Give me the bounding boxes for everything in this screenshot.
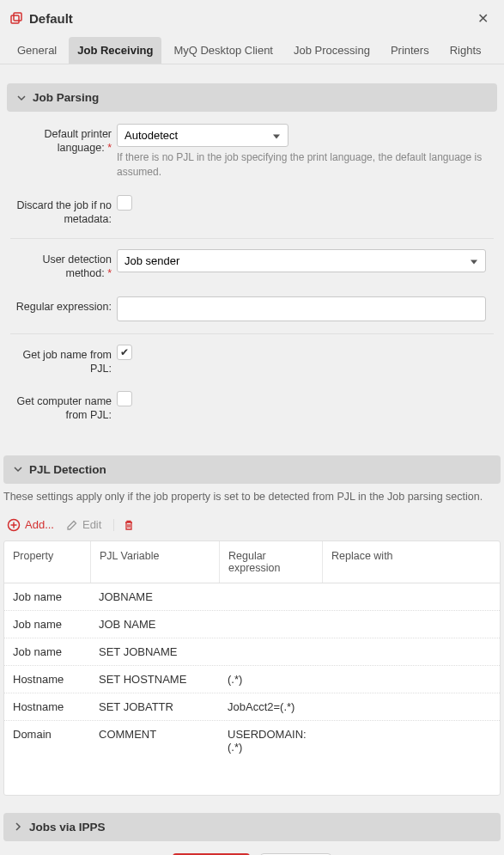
th-pjl-variable[interactable]: PJL Variable bbox=[90, 541, 219, 583]
td-regex: (.*) bbox=[219, 666, 322, 693]
add-button[interactable]: Add... bbox=[7, 518, 54, 532]
pencil-icon bbox=[66, 519, 78, 531]
th-regex[interactable]: Regular expression bbox=[219, 541, 322, 583]
pjl-description: These settings apply only if the job pro… bbox=[0, 484, 504, 510]
td-regex: USERDOMAIN:(.*) bbox=[219, 721, 322, 760]
th-replace[interactable]: Replace with bbox=[322, 541, 500, 583]
tab-general[interactable]: General bbox=[9, 37, 65, 64]
td-replace bbox=[322, 638, 500, 665]
chevron-right-icon bbox=[14, 822, 22, 831]
th-property[interactable]: Property bbox=[4, 541, 90, 583]
section-jobs-ipps-header[interactable]: Jobs via IPPS bbox=[3, 813, 501, 841]
computer-name-pjl-checkbox[interactable] bbox=[117, 391, 132, 406]
divider bbox=[10, 238, 494, 239]
pjl-table: Property PJL Variable Regular expression… bbox=[3, 540, 501, 796]
computer-name-pjl-label: Get computer name from PJL: bbox=[7, 391, 117, 423]
page-title: Default bbox=[29, 11, 472, 26]
user-detection-label: User detection method: * bbox=[7, 249, 117, 281]
user-detection-select[interactable]: Job sender bbox=[117, 249, 486, 272]
td-property: Job name bbox=[4, 638, 90, 665]
section-job-parsing-title: Job Parsing bbox=[33, 91, 99, 104]
job-name-pjl-label: Get job name from PJL: bbox=[7, 345, 117, 376]
divider bbox=[10, 333, 494, 334]
queue-icon bbox=[10, 12, 24, 26]
section-pjl-detection-header[interactable]: PJL Detection bbox=[3, 455, 501, 484]
td-regex bbox=[219, 638, 322, 665]
td-replace bbox=[322, 721, 500, 760]
td-property: Job name bbox=[4, 611, 90, 638]
tab-bar: General Job Receiving MyQ Desktop Client… bbox=[0, 37, 504, 64]
tab-job-receiving[interactable]: Job Receiving bbox=[69, 37, 161, 64]
td-replace bbox=[322, 693, 500, 720]
tab-job-processing[interactable]: Job Processing bbox=[285, 37, 379, 64]
table-row[interactable]: HostnameSET JOBATTRJobAcct2=(.*) bbox=[4, 693, 500, 721]
td-pjl_variable: JOBNAME bbox=[90, 583, 219, 610]
plus-icon bbox=[7, 518, 21, 532]
delete-button[interactable] bbox=[113, 519, 135, 531]
tab-myq-desktop-client[interactable]: MyQ Desktop Client bbox=[165, 37, 282, 64]
tab-printers[interactable]: Printers bbox=[382, 37, 438, 64]
table-row[interactable]: HostnameSET HOSTNAME(.*) bbox=[4, 666, 500, 693]
edit-label: Edit bbox=[82, 518, 101, 531]
svg-rect-0 bbox=[11, 15, 19, 23]
chevron-down-icon bbox=[17, 94, 26, 102]
table-row[interactable]: Job nameJOB NAME bbox=[4, 611, 500, 638]
job-name-pjl-checkbox[interactable] bbox=[117, 345, 132, 360]
table-row[interactable]: Job nameJOBNAME bbox=[4, 583, 500, 611]
regex-label: Regular expression: bbox=[7, 296, 117, 314]
td-pjl_variable: JOB NAME bbox=[90, 611, 219, 638]
edit-button[interactable]: Edit bbox=[66, 518, 101, 531]
tab-rights[interactable]: Rights bbox=[441, 37, 490, 64]
chevron-down-icon bbox=[14, 465, 22, 473]
td-property: Hostname bbox=[4, 666, 90, 693]
default-printer-language-select[interactable]: Autodetect bbox=[117, 124, 288, 147]
regex-input[interactable] bbox=[117, 296, 486, 321]
td-pjl_variable: SET HOSTNAME bbox=[90, 666, 219, 693]
section-pjl-detection-title: PJL Detection bbox=[29, 463, 106, 476]
td-property: Job name bbox=[4, 583, 90, 610]
td-pjl_variable: SET JOBNAME bbox=[90, 638, 219, 665]
table-row[interactable]: DomainCOMMENTUSERDOMAIN:(.*) bbox=[4, 721, 500, 760]
td-regex bbox=[219, 583, 322, 610]
td-property: Domain bbox=[4, 721, 90, 760]
close-button[interactable]: ✕ bbox=[472, 9, 494, 28]
td-pjl_variable: SET JOBATTR bbox=[90, 693, 219, 720]
section-jobs-ipps-title: Jobs via IPPS bbox=[29, 821, 106, 834]
td-replace bbox=[322, 611, 500, 638]
table-row[interactable]: Job nameSET JOBNAME bbox=[4, 638, 500, 666]
td-replace bbox=[322, 666, 500, 693]
discard-no-metadata-checkbox[interactable] bbox=[117, 195, 132, 211]
svg-rect-1 bbox=[14, 13, 21, 21]
td-regex: JobAcct2=(.*) bbox=[219, 693, 322, 720]
td-property: Hostname bbox=[4, 693, 90, 720]
td-pjl_variable: COMMENT bbox=[90, 721, 219, 760]
td-replace bbox=[322, 583, 500, 610]
default-printer-language-label: Default printer language: * bbox=[7, 124, 117, 156]
td-regex bbox=[219, 611, 322, 638]
trash-icon bbox=[123, 519, 135, 531]
discard-no-metadata-label: Discard the job if no metadata: bbox=[7, 195, 117, 227]
add-label: Add... bbox=[25, 518, 54, 531]
section-job-parsing-header[interactable]: Job Parsing bbox=[7, 83, 497, 112]
default-printer-language-help: If there is no PJL in the job specifying… bbox=[117, 150, 497, 180]
